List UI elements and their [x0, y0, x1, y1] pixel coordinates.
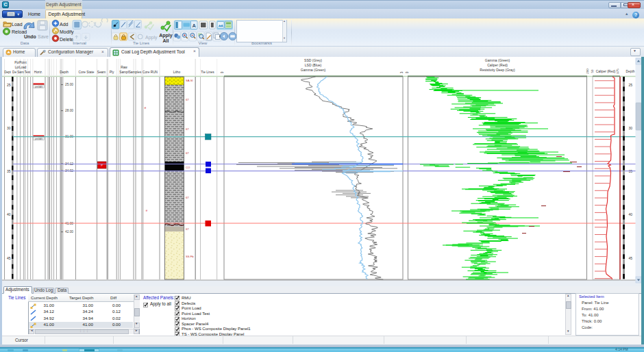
svg-text:pmGAS: pmGAS: [35, 138, 42, 140]
svg-text:De: De: [12, 71, 16, 74]
svg-text:LSD (Blue): LSD (Blue): [305, 63, 322, 67]
svg-text:Modify: Modify: [60, 29, 74, 35]
svg-text:All: All: [163, 38, 169, 43]
svg-text:Raw: Raw: [121, 66, 127, 69]
svg-text:Depth: Depth: [60, 71, 69, 74]
svg-text:Po/Point: Po/Point: [14, 61, 27, 64]
svg-text:Sam: Sam: [17, 71, 24, 74]
svg-text:Delete: Delete: [60, 37, 73, 42]
svg-text:Sampl: Sampl: [119, 71, 129, 74]
svg-text:pmGAS: pmGAS: [35, 86, 42, 88]
svg-text:45: 45: [7, 256, 11, 260]
svg-text:SSD (Grey): SSD (Grey): [304, 58, 322, 62]
svg-text:Seam: Seam: [97, 71, 106, 74]
svg-text:e: e: [145, 106, 147, 110]
svg-text:67: 67: [186, 227, 189, 231]
svg-text:Horiz.: Horiz.: [34, 71, 43, 74]
svg-text:Gamma (Green): Gamma (Green): [485, 58, 510, 62]
svg-text:35: 35: [7, 169, 11, 173]
svg-text:SS.Fb: SS.Fb: [186, 255, 194, 258]
svg-text:Litho: Litho: [173, 71, 181, 74]
svg-text:Resistivity Deep (Gray): Resistivity Deep (Gray): [480, 68, 515, 72]
svg-text:25: 25: [7, 83, 11, 87]
svg-text:25.00: 25.00: [65, 83, 73, 86]
svg-text:30: 30: [7, 126, 11, 130]
svg-text:3: 3: [400, 71, 404, 73]
svg-text:Core State: Core State: [79, 71, 95, 74]
svg-text:Dept: Dept: [4, 71, 11, 74]
svg-text:67: 67: [186, 196, 189, 199]
svg-text:A: A: [192, 23, 196, 29]
svg-text:Tie Lines: Tie Lines: [201, 71, 214, 74]
svg-text:Gamma (Green): Gamma (Green): [301, 68, 326, 72]
svg-text:175: 175: [616, 68, 619, 74]
svg-text:Samples: Samples: [129, 71, 142, 74]
svg-text:Caliper (Red): Caliper (Red): [487, 63, 508, 67]
svg-text:67: 67: [186, 151, 189, 155]
svg-text:45: 45: [628, 256, 632, 260]
svg-text:25: 25: [628, 83, 632, 87]
svg-text:e: e: [146, 209, 148, 212]
svg-text:0: 0: [406, 71, 409, 73]
svg-text:Depth: Depth: [626, 70, 635, 73]
svg-text:28.00: 28.00: [65, 109, 73, 112]
svg-text:Caliper (Red): Caliper (Red): [596, 70, 616, 73]
svg-text:SA.SI: SA.SI: [186, 79, 193, 82]
svg-text:CO: CO: [186, 166, 190, 169]
svg-text:Undo: Undo: [24, 34, 36, 39]
svg-text:40: 40: [7, 212, 11, 216]
svg-text:Core RUN: Core RUN: [143, 71, 158, 74]
svg-text:50: 50: [591, 69, 594, 73]
svg-text:Apply: Apply: [145, 35, 158, 40]
svg-text:Add: Add: [60, 22, 69, 27]
svg-text:Lo/Load: Lo/Load: [15, 66, 27, 69]
svg-text:Load: Load: [12, 22, 23, 27]
svg-text:40: 40: [628, 212, 632, 216]
svg-text:Save: Save: [38, 34, 49, 39]
svg-text:Ply: Ply: [110, 71, 114, 74]
svg-text:67: 67: [186, 98, 189, 101]
svg-text:30: 30: [628, 126, 632, 130]
svg-text:67: 67: [186, 127, 189, 131]
svg-text:200: 200: [586, 68, 589, 74]
svg-text:42.00: 42.00: [65, 230, 73, 234]
svg-text:0: 0: [221, 71, 224, 73]
svg-text:Test: Test: [25, 71, 31, 74]
